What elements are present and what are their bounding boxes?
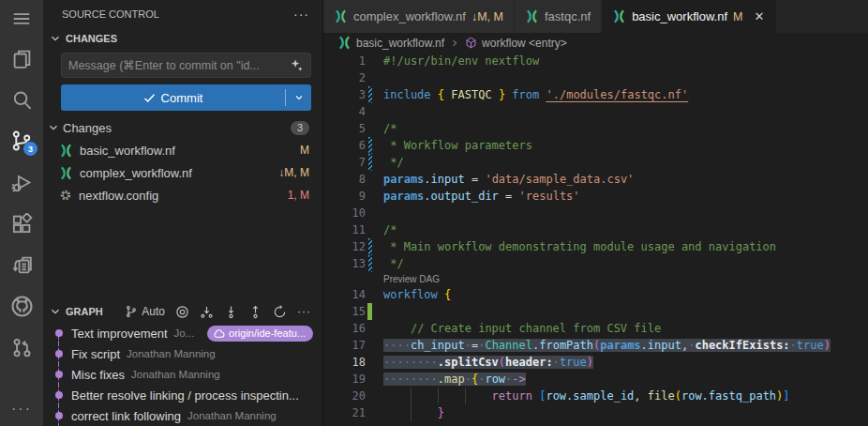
menu-icon[interactable] <box>0 0 43 38</box>
commit-row[interactable]: Better resolve linking / process inspect… <box>43 385 322 405</box>
tab-status: ↓M, M <box>471 10 503 23</box>
commit-row[interactable]: Fix scriptJonathan Manning <box>43 343 322 364</box>
code-line-21[interactable]: 21 } <box>323 404 868 421</box>
commit-message: Misc fixes <box>71 368 125 382</box>
commit-row[interactable]: Text improvementJo... origin/ide-featu..… <box>43 323 322 343</box>
sidebar-title: SOURCE CONTROL <box>62 8 159 20</box>
breadcrumb[interactable]: basic_workflow.nf workflow <entry> <box>323 33 868 53</box>
code-line-7[interactable]: 7 */ <box>323 154 868 171</box>
gutter-marker <box>366 255 374 272</box>
changes-section-header[interactable]: CHANGES <box>43 28 322 49</box>
commit-message: Fix script <box>71 347 120 361</box>
nextflow-icon <box>337 36 352 50</box>
commit-row[interactable]: correct link followingJonathan Manning <box>43 405 322 426</box>
gutter-marker <box>366 238 374 255</box>
commit-button[interactable]: Commit <box>61 84 311 111</box>
fetch-icon[interactable] <box>200 305 214 319</box>
commit-message: correct link following <box>71 409 181 423</box>
code-line-15[interactable]: 15 <box>323 303 868 320</box>
code-line-4[interactable]: 4 <box>323 103 868 120</box>
code-line-9[interactable]: 9params.output_dir = 'results' <box>323 188 868 205</box>
symbol-namespace-icon <box>465 37 477 49</box>
gutter-marker <box>366 303 374 320</box>
file-row-complex_workflow.nf[interactable]: complex_workflow.nf↓M, M <box>43 161 322 184</box>
code-line-17[interactable]: 17····ch_input·=·Channel.fromPath(params… <box>323 337 868 354</box>
changes-file-list: basic_workflow.nfM complex_workflow.nf↓M… <box>43 139 322 206</box>
line-number: 20 <box>323 388 366 404</box>
code-line-5[interactable]: 5/* <box>323 120 868 137</box>
breadcrumb-symbol[interactable]: workflow <entry> <box>482 37 567 50</box>
refresh-icon[interactable] <box>273 305 287 319</box>
line-number: 15 <box>323 303 366 320</box>
line-number: 21 <box>323 404 366 421</box>
gutter-marker <box>366 354 374 371</box>
graph-section-header[interactable]: GRAPH Auto ··· <box>43 300 322 323</box>
file-row-nextflow.config[interactable]: nextflow.config1, M <box>43 184 322 206</box>
code-line-10[interactable]: 10 <box>323 205 868 221</box>
push-icon[interactable] <box>248 305 262 319</box>
cloud-icon <box>213 328 225 339</box>
commit-dot-icon <box>55 391 63 399</box>
commit-dot-icon <box>55 371 63 378</box>
line-number: 11 <box>323 221 366 238</box>
tab-fastqc.nf[interactable]: fastqc.nf <box>515 0 601 33</box>
commit-message-placeholder: Message (⌘Enter to commit on "id... <box>68 58 290 72</box>
search-icon[interactable] <box>0 79 43 120</box>
target-icon[interactable] <box>175 305 189 319</box>
code-line-20[interactable]: 20 return [row.sample_id, file(row.fastq… <box>323 388 868 404</box>
git-pull-request-icon[interactable] <box>0 327 43 368</box>
code-line-13[interactable]: 13 */ <box>323 255 868 272</box>
source-control-icon[interactable]: 3 <box>0 120 43 161</box>
line-number: 2 <box>323 69 366 86</box>
changes-tree-header[interactable]: Changes 3 <box>43 116 322 139</box>
gear-icon <box>59 189 72 202</box>
run-debug-icon[interactable] <box>0 161 43 203</box>
commit-row[interactable]: Misc fixesJonathan Manning <box>43 364 322 385</box>
code-line-11[interactable]: 11/* <box>323 221 868 238</box>
code-line-2[interactable]: 2 <box>323 69 868 86</box>
commit-graph-list: Text improvementJo... origin/ide-featu..… <box>43 323 322 426</box>
line-number: 1 <box>323 53 366 69</box>
commit-dropdown-icon[interactable] <box>286 92 311 103</box>
close-icon[interactable]: ✕ <box>752 9 766 23</box>
codelens-preview-dag[interactable]: Preview DAG <box>323 272 868 286</box>
gutter-marker <box>366 205 374 221</box>
sparkle-icon[interactable] <box>290 58 304 72</box>
line-number: 9 <box>323 188 366 205</box>
github-icon[interactable] <box>0 285 43 327</box>
line-number: 3 <box>323 86 366 103</box>
code-line-1[interactable]: 1#!/usr/bin/env nextflow <box>323 53 868 69</box>
commit-message: Text improvement <box>71 327 168 341</box>
code-line-12[interactable]: 12 * Main workflow demonstrating module … <box>323 238 868 255</box>
commit-message: Better resolve linking / process inspect… <box>71 388 299 403</box>
code-line-6[interactable]: 6 * Workflow parameters <box>323 137 868 154</box>
tab-complex_workflow.nf[interactable]: complex_workflow.nf↓M, M <box>323 0 514 33</box>
code-line-19[interactable]: 19········.map·{·row·-> <box>323 371 868 388</box>
gutter-marker <box>366 188 374 205</box>
graph-more-icon[interactable]: ··· <box>297 307 311 316</box>
code-editor[interactable]: 1#!/usr/bin/env nextflow23include { FAST… <box>323 53 868 426</box>
commit-message-input[interactable]: Message (⌘Enter to commit on "id... <box>61 53 311 78</box>
repo-branch-icon[interactable]: Auto <box>125 305 165 318</box>
code-line-14[interactable]: 14workflow { <box>323 286 868 303</box>
file-row-basic_workflow.nf[interactable]: basic_workflow.nfM <box>43 139 322 161</box>
line-number: 6 <box>323 137 366 154</box>
more-icon[interactable]: ··· <box>0 392 43 426</box>
tab-basic_workflow.nf[interactable]: basic_workflow.nfM✕ <box>602 0 776 33</box>
code-line-16[interactable]: 16 // Create input channel from CSV file <box>323 320 868 337</box>
breadcrumb-file[interactable]: basic_workflow.nf <box>356 37 444 50</box>
code-line-18[interactable]: 18········.splitCsv(header:·true) <box>323 354 868 371</box>
commit-author: Jonathan Manning <box>127 348 216 359</box>
explorer-icon[interactable] <box>0 38 43 79</box>
code-line-8[interactable]: 8params.input = 'data/sample_data.csv' <box>323 171 868 188</box>
docs-sync-icon[interactable] <box>0 244 43 285</box>
gutter-marker <box>366 69 374 86</box>
file-name: nextflow.config <box>79 189 158 203</box>
tab-status: M <box>733 10 742 23</box>
gutter-marker <box>366 154 374 171</box>
sidebar-more-icon[interactable]: ··· <box>293 9 309 19</box>
extensions-icon[interactable] <box>0 203 43 244</box>
nextflow-icon <box>525 9 539 23</box>
pull-icon[interactable] <box>224 305 238 319</box>
code-line-3[interactable]: 3include { FASTQC } from './modules/fast… <box>323 86 868 103</box>
